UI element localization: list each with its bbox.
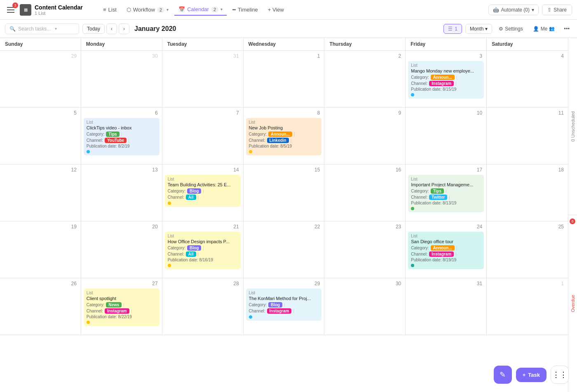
calendar-cell[interactable]: 4 bbox=[487, 51, 568, 107]
app-subtitle: 1 List bbox=[35, 11, 83, 16]
calendar-cell[interactable]: 24ListSan Diego office tourCategory:Anno… bbox=[406, 221, 487, 278]
calendar-cell[interactable]: 5 bbox=[0, 108, 81, 164]
cell-date: 31 bbox=[165, 52, 241, 60]
card-list-label: List bbox=[249, 120, 319, 124]
month-button[interactable]: Month ▾ bbox=[465, 24, 492, 34]
channel-sep: | bbox=[293, 309, 294, 313]
sidebar-unscheduled[interactable]: 0 Unscheduled bbox=[568, 38, 577, 215]
tab-calendar[interactable]: 📅 Calendar 2 ▾ bbox=[174, 4, 227, 16]
calendar-cell[interactable]: 6ListClickTips video - inboxCategory:Tip… bbox=[81, 108, 162, 164]
calendar-cell[interactable]: 30 bbox=[81, 51, 162, 107]
channel-label: Channel: bbox=[168, 195, 184, 200]
calendar-cell[interactable]: 21ListHow Office Design impacts P...Cate… bbox=[162, 221, 244, 278]
calendar-cell[interactable]: 31 bbox=[406, 278, 487, 335]
tab-view[interactable]: + View bbox=[264, 4, 288, 15]
calendar-cell[interactable]: 29ListThe KonMari Method for Proj...Cate… bbox=[244, 278, 325, 335]
search-input[interactable]: Search tasks... bbox=[18, 26, 51, 32]
calendar-cell[interactable]: 2 bbox=[324, 51, 406, 107]
calendar-cell[interactable]: 16 bbox=[324, 164, 406, 221]
task-card[interactable]: ListNew Job PostingCategory:Announ...|Ch… bbox=[246, 118, 322, 155]
task-card[interactable]: ListClient spotlightCategory:News|Channe… bbox=[84, 289, 159, 326]
calendar-cell[interactable]: 30 bbox=[324, 278, 406, 335]
task-card[interactable]: ListThe KonMari Method for Proj...Catego… bbox=[246, 289, 322, 321]
cell-date: 12 bbox=[2, 166, 78, 174]
automate-icon: 🤖 bbox=[493, 7, 499, 13]
calendar-cell[interactable]: 10 bbox=[406, 108, 487, 164]
category-sep: | bbox=[294, 132, 295, 136]
task-card[interactable]: ListImportant Project Manageme...Categor… bbox=[408, 175, 484, 212]
tab-workflow-label: Workflow bbox=[133, 7, 155, 13]
calendar-cell[interactable]: 27ListClient spotlightCategory:News|Chan… bbox=[81, 278, 162, 335]
channel-sep: | bbox=[131, 309, 132, 313]
calendar-cell[interactable]: 9 bbox=[324, 108, 406, 164]
cell-date: 6 bbox=[84, 109, 159, 117]
channel-label: Channel: bbox=[249, 138, 265, 143]
calendar-cell[interactable]: 3ListMango Monday new employe...Category… bbox=[406, 51, 487, 107]
category-sep: | bbox=[456, 246, 457, 250]
task-card[interactable]: ListClickTips video - inboxCategory:Tips… bbox=[84, 118, 159, 155]
bottom-buttons: ✎ + Task ⋮⋮ bbox=[494, 366, 569, 384]
calendar-cell[interactable]: 23 bbox=[324, 221, 406, 278]
calendar-cell[interactable]: 12 bbox=[0, 164, 81, 221]
filter-count: 1 bbox=[455, 26, 457, 32]
calendar-cell[interactable]: 7 bbox=[162, 108, 244, 164]
today-button[interactable]: Today bbox=[82, 24, 105, 34]
hamburger-menu[interactable]: 3 bbox=[5, 4, 16, 16]
plus-icon: + bbox=[523, 372, 526, 378]
task-card[interactable]: ListMango Monday new employe...Category:… bbox=[408, 61, 484, 99]
search-box[interactable]: 🔍 Search tasks... ▾ bbox=[5, 23, 79, 34]
filter-button[interactable]: ☰ 1 bbox=[443, 24, 462, 34]
cell-date: 14 bbox=[165, 166, 241, 174]
tab-list[interactable]: ≡ List bbox=[99, 4, 121, 15]
edit-button[interactable]: ✎ bbox=[494, 366, 512, 384]
me-button[interactable]: 👤 Me 👥 bbox=[530, 24, 558, 33]
automate-button[interactable]: 🤖 Automate (0) ▾ bbox=[488, 5, 539, 15]
calendar-cell[interactable]: 19 bbox=[0, 221, 81, 278]
task-card[interactable]: ListSan Diego office tourCategory:Announ… bbox=[408, 232, 484, 269]
calendar-cell[interactable]: 15 bbox=[244, 164, 325, 221]
calendar-cell[interactable]: 17ListImportant Project Manageme...Categ… bbox=[406, 164, 487, 221]
calendar-cell[interactable]: 14ListTeam Building Activities: 25 E...C… bbox=[162, 164, 244, 221]
calendar-cell[interactable]: 18 bbox=[487, 164, 568, 221]
calendar-cell[interactable]: 8ListNew Job PostingCategory:Announ...|C… bbox=[244, 108, 325, 164]
calendar-cell[interactable]: 20 bbox=[81, 221, 162, 278]
calendar-cell[interactable]: 26 bbox=[0, 278, 81, 335]
settings-button[interactable]: ⚙ Settings bbox=[495, 24, 526, 33]
cell-date: 7 bbox=[165, 109, 241, 117]
overdue-badge: 8 bbox=[570, 218, 575, 224]
card-dot bbox=[411, 93, 414, 96]
card-pubdate-field: Publication date: 8/22/19 bbox=[87, 315, 157, 319]
chevron-down-icon4: ▾ bbox=[485, 26, 488, 32]
calendar-cell[interactable]: 28 bbox=[162, 278, 244, 335]
calendar-cell[interactable]: 31 bbox=[162, 51, 244, 107]
pubdate-value: Publication date: 8/22/19 bbox=[87, 315, 132, 319]
sidebar-overdue[interactable]: 8 Overdue bbox=[568, 215, 577, 392]
calendar-cell[interactable]: 25 bbox=[487, 221, 568, 278]
calendar-cell[interactable]: 1 bbox=[487, 278, 568, 335]
more-button[interactable]: ••• bbox=[561, 24, 572, 33]
channel-tag: Instagram bbox=[429, 251, 454, 257]
dots-button[interactable]: ⋮⋮ bbox=[551, 366, 569, 384]
category-sep: | bbox=[446, 189, 447, 193]
prev-button[interactable]: ‹ bbox=[106, 23, 117, 34]
share-button[interactable]: ⇧ Share bbox=[542, 5, 572, 15]
group-icon: 👥 bbox=[549, 26, 555, 31]
tab-timeline[interactable]: ━ Timeline bbox=[228, 4, 262, 15]
calendar-cell[interactable]: 13 bbox=[81, 164, 162, 221]
calendar-cell[interactable]: 11 bbox=[487, 108, 568, 164]
tab-workflow[interactable]: ⬡ Workflow 2 ▾ bbox=[122, 4, 173, 15]
task-card[interactable]: ListTeam Building Activities: 25 E...Cat… bbox=[165, 175, 241, 207]
calendar-cell[interactable]: 22 bbox=[244, 221, 325, 278]
next-button[interactable]: › bbox=[119, 23, 129, 34]
cell-date: 30 bbox=[84, 52, 159, 60]
card-list-label: List bbox=[87, 120, 157, 124]
calendar-week-3: 192021ListHow Office Design impacts P...… bbox=[0, 221, 568, 278]
task-card[interactable]: ListHow Office Design impacts P...Catego… bbox=[165, 232, 241, 269]
add-task-button[interactable]: + Task bbox=[516, 368, 547, 382]
nav-tabs: ≡ List ⬡ Workflow 2 ▾ 📅 Calendar 2 ▾ ━ T… bbox=[99, 4, 485, 16]
day-header-tuesday: Tuesday bbox=[162, 38, 244, 50]
card-pubdate-field: Publication date: 8/15/19 bbox=[411, 87, 481, 92]
calendar-cell[interactable]: 29 bbox=[0, 51, 81, 107]
calendar-cell[interactable]: 1 bbox=[244, 51, 325, 107]
calendar-week-1: 56ListClickTips video - inboxCategory:Ti… bbox=[0, 108, 568, 164]
